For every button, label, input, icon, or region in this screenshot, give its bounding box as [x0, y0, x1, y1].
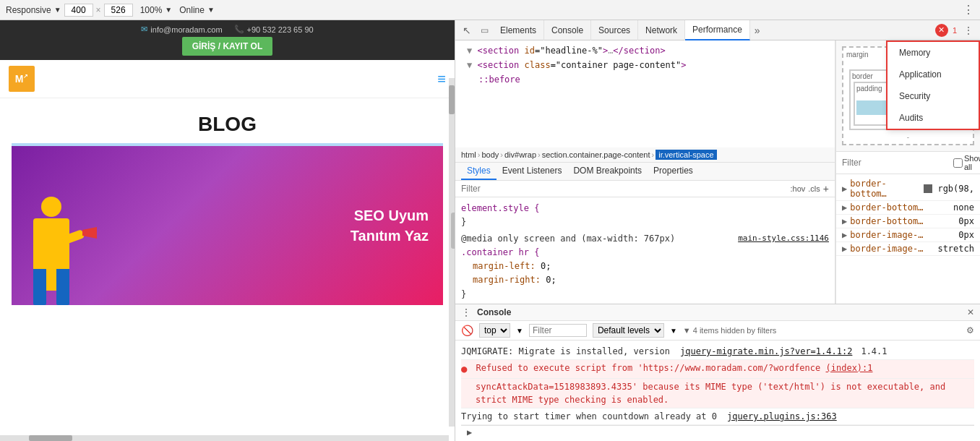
perf-dropdown: Memory Application Security Audits	[886, 40, 980, 130]
computed-arrow[interactable]: ▶	[842, 184, 847, 194]
computed-arrow[interactable]: ▶	[842, 216, 847, 226]
top-dropdown-icon[interactable]: ▼	[516, 327, 523, 335]
console-line: JQMIGRATE: Migrate is installed, version…	[461, 343, 974, 360]
phone-icon: 📞	[234, 25, 244, 34]
console-dots[interactable]: ⋮	[461, 307, 471, 318]
bc-body[interactable]: body	[481, 150, 499, 159]
dropdown-memory[interactable]: Memory	[887, 42, 979, 64]
console-link[interactable]: jquery.plugins.js:363	[727, 410, 837, 423]
console-input-row: ▶	[461, 425, 974, 439]
bc-html[interactable]: html	[461, 150, 476, 159]
tab-properties[interactable]: Properties	[648, 163, 699, 180]
devtools-tabs-right: ✕ 1 ⋮	[935, 22, 977, 39]
toolbar-dots[interactable]: ⋮	[963, 3, 974, 17]
tree-line[interactable]: ::before	[455, 72, 835, 87]
css-rule: @media only screen and (max-width: 767px…	[455, 231, 835, 303]
console-settings-button[interactable]: ⚙	[966, 325, 974, 335]
css-link[interactable]: main-style.css:1146	[738, 232, 829, 245]
online-label[interactable]: Online	[179, 5, 205, 15]
tab-performance[interactable]: Performance	[685, 20, 750, 40]
site-logo: M↗	[9, 66, 35, 92]
console-link[interactable]: (index):1	[826, 363, 873, 373]
cls-button[interactable]: .cls	[808, 184, 820, 193]
block-icon[interactable]: 🚫	[461, 325, 473, 336]
site-phone: 📞 +90 532 223 65 90	[234, 25, 314, 34]
computed-arrow[interactable]: ▶	[842, 202, 847, 213]
site-nav: M↗ ≡	[0, 60, 455, 98]
add-style-button[interactable]: +	[823, 183, 829, 194]
styles-tabs: Styles Event Listeners DOM Breakpoints P…	[455, 163, 835, 181]
close-button[interactable]: ✕	[935, 24, 948, 37]
more-options-icon[interactable]: ⋮	[960, 22, 977, 39]
dropdown-application[interactable]: Application	[887, 64, 979, 85]
console-link[interactable]: jquery-migrate.min.js?ver=1.4.1:2	[680, 345, 852, 358]
console-line: ● Refused to execute script from 'https:…	[461, 360, 974, 379]
site-header: ✉ info@moradam.com 📞 +90 532 223 65 90 G…	[0, 20, 455, 60]
tab-elements[interactable]: Elements	[493, 20, 544, 40]
show-all-check[interactable]	[953, 158, 963, 168]
zoom-dropdown-icon[interactable]: ▼	[165, 6, 172, 14]
dropdown-security[interactable]: Security	[887, 85, 979, 107]
elements-tree: ▼ <section id="headline-%">…</section> ▼…	[455, 40, 835, 147]
console-close-button[interactable]: ✕	[967, 307, 974, 317]
tree-line[interactable]: ▼ <section id="headline-%">…</section>	[455, 43, 835, 58]
tab-more[interactable]: »	[750, 22, 765, 39]
console-items-hidden: ▼ 4 items hidden by filters	[683, 326, 777, 335]
tab-console[interactable]: Console	[544, 20, 591, 40]
tree-line[interactable]: ▼ <section class="container page-content…	[455, 58, 835, 72]
browser-preview: ✉ info@moradam.com 📞 +90 532 223 65 90 G…	[0, 20, 455, 441]
filter-input[interactable]	[461, 184, 788, 194]
site-login-button[interactable]: GİRİŞ / KAYIT OL	[182, 37, 273, 56]
height-input[interactable]	[104, 4, 133, 17]
resize-handle[interactable]: ⋮	[451, 213, 455, 249]
tab-network[interactable]: Network	[638, 20, 685, 40]
computed-row: ▶ border-bottom… rgb(98,	[836, 177, 980, 201]
console-line: syncAttackData=1518983893.4335' because …	[461, 379, 974, 408]
tab-dom-breakpoints[interactable]: DOM Breakpoints	[567, 163, 648, 180]
console-input[interactable]	[475, 427, 968, 437]
hamburger-icon[interactable]: ≡	[437, 71, 446, 87]
breadcrumb: html › body › div#wrap › section.contain…	[455, 147, 835, 163]
computed-row: ▶ border-image-… 0px	[836, 228, 980, 242]
computed-filter-row: Show all	[836, 152, 980, 174]
bc-divwrap[interactable]: div#wrap	[504, 150, 536, 159]
filter-row: :hov .cls +	[455, 181, 835, 197]
console-filter-input[interactable]	[529, 324, 587, 337]
mobile-icon[interactable]: ▭	[476, 22, 493, 39]
scrollbar-vertical[interactable]	[449, 78, 455, 427]
scrollbar-horizontal[interactable]	[0, 435, 449, 441]
online-dropdown-icon[interactable]: ▼	[207, 6, 215, 14]
responsive-label[interactable]: Responsive	[6, 5, 51, 15]
responsive-dropdown-icon[interactable]: ▼	[54, 6, 61, 14]
hov-button[interactable]: :hov	[791, 184, 806, 193]
show-all-checkbox[interactable]: Show all	[953, 154, 980, 171]
error-count: 1	[953, 26, 957, 35]
computed-arrow[interactable]: ▶	[842, 230, 847, 240]
elements-panel: ▼ <section id="headline-%">…</section> ▼…	[455, 40, 835, 304]
bc-active[interactable]: ir.vertical-space	[656, 150, 716, 160]
top-toolbar: Responsive ▼ × 100% ▼ Online ▼ ⋮	[0, 0, 980, 20]
blog-image-container: SEO Uyum Tanıtım Yaz	[12, 143, 443, 305]
tab-event-listeners[interactable]: Event Listeners	[497, 163, 568, 180]
console-line: Trying to start timer when countdown alr…	[461, 408, 974, 425]
dropdown-audits[interactable]: Audits	[887, 107, 979, 129]
console-top-select[interactable]: top	[479, 323, 510, 338]
size-separator: ×	[96, 5, 101, 15]
console-level-select[interactable]: Default levels	[593, 323, 664, 338]
computed-filter-input[interactable]	[842, 158, 950, 168]
tab-styles[interactable]: Styles	[461, 163, 497, 180]
console-panel: ⋮ Console ✕ 🚫 top ▼ Default levels ▼ ▼ 4…	[455, 304, 980, 441]
console-toolbar: 🚫 top ▼ Default levels ▼ ▼ 4 items hidde…	[455, 321, 980, 341]
width-input[interactable]	[64, 4, 93, 17]
email-icon: ✉	[141, 25, 147, 34]
devtools-panel: ↖ ▭ Elements Console Sources Network Per…	[455, 20, 980, 441]
margin-bottom-dash: -	[846, 133, 970, 141]
tab-sources[interactable]: Sources	[591, 20, 638, 40]
cursor-icon[interactable]: ↖	[458, 22, 476, 39]
bc-section[interactable]: section.container.page-content	[542, 150, 650, 159]
zoom-label[interactable]: 100%	[140, 5, 163, 15]
console-arrow: ▶	[467, 427, 472, 437]
devtools-tabs: ↖ ▭ Elements Console Sources Network Per…	[455, 20, 980, 40]
level-dropdown-icon[interactable]: ▼	[670, 327, 677, 335]
computed-arrow[interactable]: ▶	[842, 244, 847, 254]
